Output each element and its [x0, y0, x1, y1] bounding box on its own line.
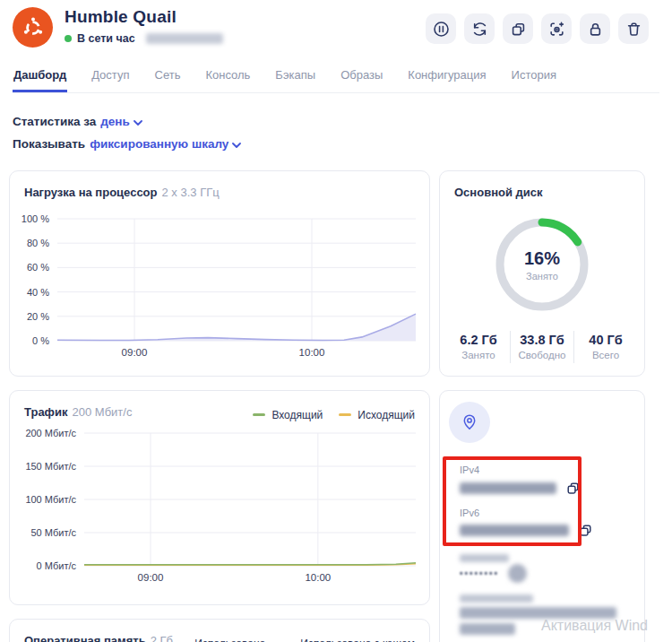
tab-console[interactable]: Консоль [204, 68, 251, 92]
disk-stat-total: 40 Гб Всего [573, 331, 637, 363]
copy-ipv6-button[interactable] [577, 522, 594, 539]
disk-stat-free: 33.8 Гб Свободно [510, 331, 573, 363]
main-disk-card: Основной диск 16% Занято 6.2 Гб Занято 3… [439, 170, 645, 377]
x-axis-tick: 10:00 [299, 347, 325, 358]
traffic-card-subtitle: 200 Мбит/с [73, 405, 133, 419]
blurred-ports-line-2 [460, 623, 515, 635]
snapshot-button[interactable] [541, 13, 572, 44]
clone-button[interactable] [503, 13, 533, 44]
legend-used-cached: Использовано с кэшем [281, 638, 415, 642]
masked-password: •••••••• [460, 568, 499, 578]
scale-mode-label: Показывать [13, 137, 85, 151]
pause-circle-icon [433, 21, 450, 38]
y-axis-tick: 0 Мбит/с [37, 560, 76, 571]
blurred-password-label [460, 554, 509, 562]
cpu-card-title: Нагрузка на процессор [24, 186, 158, 199]
tab-access[interactable]: Доступ [90, 68, 130, 92]
location-pin-icon [461, 413, 478, 431]
server-dashboard-page: Humble Quail В сети час [0, 0, 672, 642]
lock-icon [587, 21, 604, 38]
cpu-load-card: Нагрузка на процессор 2 x 3.3 ГГц 100 %8… [9, 170, 430, 377]
ram-card-header: Оперативная память 2 Гб Использовано Исп… [10, 620, 429, 642]
legend-outgoing: Исходящий [339, 409, 415, 421]
legend-used: Использовано [176, 638, 265, 642]
copy-ipv4-button[interactable] [564, 480, 582, 497]
network-info-card: IPv4 IPv6 •••••••• [439, 390, 645, 642]
legend-dash-icon [253, 413, 265, 416]
y-axis-tick: 200 Мбит/с [25, 428, 76, 438]
chevron-down-icon [134, 115, 142, 128]
tab-history[interactable]: История [511, 68, 557, 92]
online-status-icon [65, 35, 72, 42]
traffic-chart: 200 Мбит/с150 Мбит/с100 Мбит/с50 Мбит/с0… [84, 433, 416, 566]
y-axis-tick: 50 Мбит/с [31, 527, 77, 538]
windows-activation-watermark: Активация Wind [541, 618, 648, 634]
header: Humble Quail В сети час [13, 7, 649, 48]
tab-backups[interactable]: Бэкапы [274, 68, 316, 92]
legend-incoming: Входящий [253, 409, 323, 421]
blurred-ports-label [460, 594, 533, 603]
x-axis-tick: 10:00 [305, 572, 331, 583]
blurred-ipv4-value [460, 482, 556, 494]
ipv6-value-row [460, 522, 594, 539]
disk-card-title: Основной диск [454, 186, 543, 199]
status-text: В сети час [77, 32, 135, 45]
refresh-icon [471, 21, 488, 38]
show-password-eye-icon[interactable] [508, 564, 527, 583]
disk-donut-center: 16% Занято [488, 211, 596, 318]
legend-dash-icon [339, 413, 351, 416]
trash-icon [625, 21, 642, 38]
copy-icon [578, 523, 593, 538]
ubuntu-logo-icon [13, 7, 53, 48]
ipv4-label: IPv4 [460, 464, 479, 475]
blurred-ipv6-value [460, 525, 569, 536]
tab-dashboard[interactable]: Дашборд [13, 68, 67, 92]
tab-images[interactable]: Образы [340, 68, 383, 92]
lock-button[interactable] [580, 13, 610, 44]
tab-network[interactable]: Сеть [154, 68, 182, 92]
password-row: •••••••• [460, 564, 527, 583]
ram-card-subtitle: 2 Гб [151, 634, 173, 642]
copy-icon [510, 21, 527, 38]
status-row: В сети час [65, 32, 223, 45]
stats-period-row: Статистика за день [13, 115, 241, 128]
y-axis-tick: 100 Мбит/с [25, 494, 76, 505]
y-axis-tick: 100 % [22, 213, 49, 224]
disk-stats-row: 6.2 Гб Занято 33.8 Гб Свободно 40 Гб Все… [447, 331, 637, 363]
x-axis-tick: 09:00 [138, 572, 164, 583]
copy-icon [565, 481, 581, 496]
tab-bar: Дашборд Доступ Сеть Консоль Бэкапы Образ… [13, 68, 659, 93]
server-title: Humble Quail [65, 7, 223, 27]
pause-button[interactable] [426, 13, 456, 44]
scale-mode-dropdown[interactable]: фиксированную шкалу [90, 137, 241, 151]
stats-period-label: Статистика за [13, 115, 96, 128]
location-pin-badge [449, 402, 490, 443]
y-axis-tick: 80 % [27, 238, 49, 248]
traffic-card: Трафик 200 Мбит/с Входящий Исходящий 200… [9, 390, 430, 605]
ram-legend: Использовано Использовано с кэшем [176, 638, 415, 642]
delete-button[interactable] [618, 13, 649, 44]
traffic-card-header: Трафик 200 Мбит/с Входящий Исходящий [10, 391, 429, 421]
y-axis-tick: 150 Мбит/с [25, 461, 76, 472]
restart-button[interactable] [464, 13, 495, 44]
ram-card-title: Оперативная память [24, 634, 146, 642]
chevron-down-icon [232, 137, 241, 151]
ipv6-label: IPv6 [460, 508, 479, 518]
disk-card-header: Основной диск [440, 171, 644, 199]
scale-mode-row: Показывать фиксированную шкалу [13, 137, 241, 151]
traffic-card-title: Трафик [24, 405, 68, 419]
y-axis-tick: 20 % [27, 311, 49, 322]
y-axis-tick: 60 % [27, 262, 49, 273]
cpu-card-header: Нагрузка на процессор 2 x 3.3 ГГц [10, 171, 429, 199]
disk-percent-value: 16% [524, 248, 560, 269]
disk-stat-used: 6.2 Гб Занято [447, 331, 510, 363]
blurred-hostname [146, 33, 223, 44]
tab-configuration[interactable]: Конфигурация [407, 68, 487, 92]
stats-period-dropdown[interactable]: день [100, 115, 142, 128]
snapshot-icon [548, 21, 565, 38]
cpu-chart: 100 %80 %60 %40 %20 %0 %09:0010:00 [57, 219, 416, 341]
x-axis-tick: 09:00 [122, 347, 148, 358]
ipv4-value-row [460, 480, 582, 497]
disk-usage-donut: 16% Занято [488, 211, 596, 318]
disk-percent-caption: Занято [526, 271, 558, 282]
